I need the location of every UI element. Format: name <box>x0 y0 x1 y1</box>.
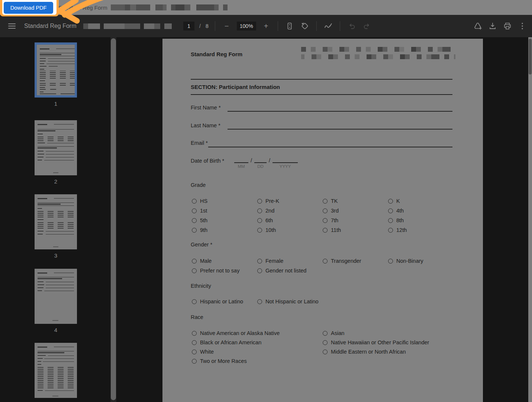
radio-option[interactable]: Prefer not to say <box>192 268 257 274</box>
more-options-button[interactable] <box>517 21 528 31</box>
thumbnail-page-1[interactable]: 1 <box>0 42 112 107</box>
radio-option[interactable]: Hispanic or Latino <box>192 299 257 304</box>
radio-option[interactable]: Male <box>192 258 257 264</box>
radio-option[interactable]: Gender not listed <box>257 268 323 274</box>
radio-option[interactable]: 9th <box>192 227 257 233</box>
page-number-input[interactable] <box>183 22 194 31</box>
radio-icon[interactable] <box>323 331 328 336</box>
fit-page-button[interactable] <box>284 21 295 31</box>
radio-option[interactable]: Female <box>257 258 323 264</box>
radio-icon[interactable] <box>323 218 328 223</box>
zoom-out-button[interactable]: − <box>222 21 232 31</box>
radio-option[interactable]: 3rd <box>323 208 388 214</box>
radio-option[interactable]: 1st <box>192 208 257 214</box>
divider <box>340 21 340 31</box>
radio-option[interactable]: 12th <box>388 227 454 233</box>
download-pdf-button[interactable]: Download PDF <box>4 2 53 14</box>
download-icon <box>488 22 497 31</box>
thumbnail-page-number: 3 <box>54 252 57 259</box>
add-to-drive-button[interactable] <box>473 21 483 31</box>
zoom-level[interactable]: 100% <box>237 22 256 31</box>
radio-icon[interactable] <box>388 228 393 233</box>
radio-icon[interactable] <box>257 268 262 273</box>
viewer-scrollbar-thumb[interactable] <box>529 39 532 74</box>
radio-option[interactable]: Native American or Alaska Native <box>192 330 323 336</box>
redo-button[interactable] <box>362 21 372 31</box>
radio-option[interactable]: White <box>192 349 323 355</box>
radio-option[interactable]: Native Hawaiian or Other Pacific Islande… <box>323 339 454 345</box>
zoom-in-button[interactable]: + <box>261 21 271 31</box>
radio-option[interactable]: 10th <box>257 227 323 233</box>
radio-icon[interactable] <box>388 218 393 223</box>
radio-option[interactable]: Pre-K <box>257 198 323 204</box>
radio-icon[interactable] <box>388 208 393 213</box>
thumbnail-page-5[interactable]: 5 <box>0 343 112 402</box>
email-field[interactable] <box>208 147 452 147</box>
menu-button[interactable] <box>4 19 19 34</box>
annotate-button[interactable] <box>323 21 333 31</box>
rotate-button[interactable] <box>300 21 310 31</box>
radio-icon[interactable] <box>192 208 197 213</box>
sidebar-scrollbar-thumb[interactable] <box>111 38 116 400</box>
thumbnail-page-4-preview[interactable] <box>35 269 77 324</box>
radio-icon[interactable] <box>192 268 197 273</box>
radio-icon[interactable] <box>257 199 262 204</box>
viewer-scrollbar-track[interactable] <box>528 37 532 402</box>
radio-icon[interactable] <box>388 259 393 264</box>
thumbnail-page-3[interactable]: 3 <box>0 194 112 259</box>
radio-option[interactable]: HS <box>192 198 257 204</box>
radio-icon[interactable] <box>323 259 328 264</box>
radio-icon[interactable] <box>257 228 262 233</box>
dob-field[interactable]: MM / DD / YYYY <box>234 157 298 169</box>
radio-icon[interactable] <box>323 228 328 233</box>
radio-icon[interactable] <box>388 199 393 204</box>
radio-icon[interactable] <box>192 218 197 223</box>
thumbnail-page-3-preview[interactable] <box>35 194 77 249</box>
radio-icon[interactable] <box>192 199 197 204</box>
radio-option[interactable]: 5th <box>192 217 257 223</box>
radio-option[interactable]: 11th <box>323 227 388 233</box>
radio-option[interactable]: K <box>388 198 454 204</box>
ethnicity-label: Ethnicity <box>191 283 211 289</box>
radio-option[interactable]: 8th <box>388 217 454 223</box>
radio-option[interactable]: 2nd <box>257 208 323 214</box>
radio-icon[interactable] <box>192 350 197 354</box>
radio-icon[interactable] <box>257 218 262 223</box>
radio-option[interactable]: Middle Eastern or North African <box>323 349 454 355</box>
radio-icon[interactable] <box>192 299 197 304</box>
radio-option[interactable]: 6th <box>257 217 323 223</box>
radio-option[interactable]: 4th <box>388 208 454 214</box>
radio-option[interactable]: Asian <box>323 330 454 336</box>
radio-icon[interactable] <box>192 228 197 233</box>
print-button[interactable] <box>502 21 513 31</box>
thumbnail-page-2-preview[interactable] <box>35 120 77 175</box>
radio-option[interactable]: Two or More Races <box>192 358 323 364</box>
radio-icon[interactable] <box>192 359 197 364</box>
first-name-field[interactable] <box>228 111 452 112</box>
radio-option[interactable]: Not Hispanic or Latino <box>257 299 323 304</box>
radio-option[interactable]: 7th <box>323 217 388 223</box>
radio-icon[interactable] <box>257 208 262 213</box>
radio-icon[interactable] <box>192 331 197 336</box>
radio-option[interactable]: Transgender <box>323 258 388 264</box>
download-button[interactable] <box>487 21 498 31</box>
radio-icon[interactable] <box>192 259 197 264</box>
radio-option[interactable]: Black or African American <box>192 339 323 345</box>
undo-button[interactable] <box>346 21 357 31</box>
dob-dd-caption: DD <box>257 164 264 169</box>
thumbnail-page-2[interactable]: 2 <box>0 120 112 185</box>
radio-icon[interactable] <box>257 299 262 304</box>
thumbnail-page-5-preview[interactable] <box>35 343 77 398</box>
radio-option[interactable]: Non-Binary <box>388 258 454 264</box>
radio-icon[interactable] <box>192 340 197 345</box>
radio-icon[interactable] <box>323 208 328 213</box>
radio-icon[interactable] <box>323 199 328 204</box>
radio-option[interactable]: TK <box>323 198 388 204</box>
radio-icon[interactable] <box>257 259 262 264</box>
radio-icon[interactable] <box>323 340 328 345</box>
thumbnail-page-4[interactable]: 4 <box>0 269 112 333</box>
radio-icon[interactable] <box>323 350 328 354</box>
last-name-field[interactable] <box>228 129 452 130</box>
thumbnail-page-1-preview[interactable] <box>35 42 77 98</box>
pdf-viewer-main: 1 2 <box>0 37 532 402</box>
